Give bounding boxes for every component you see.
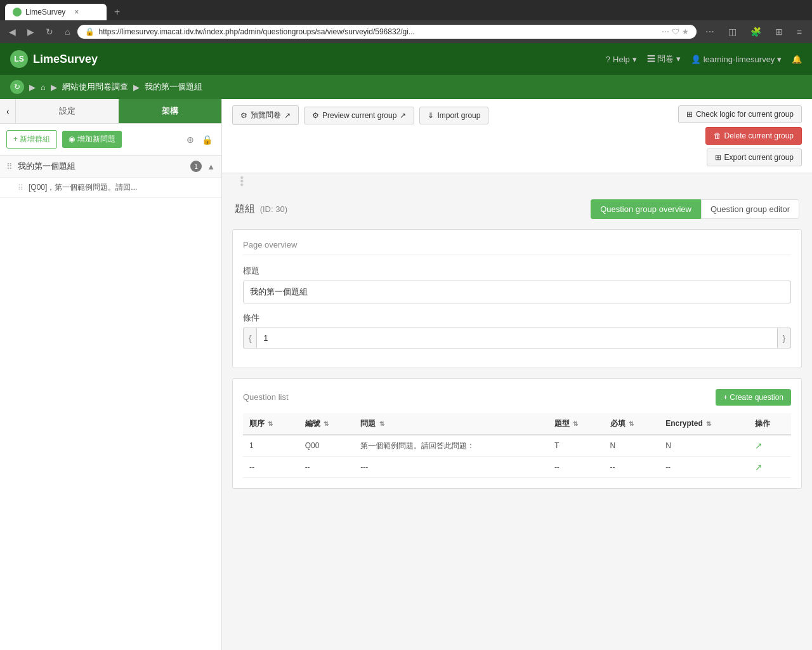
user-chevron-icon: ▾ [777, 55, 782, 64]
pin-icon[interactable]: ⊕ [184, 132, 197, 147]
row-action-icon: ↗ [755, 441, 763, 451]
table-row: 1 Q00 第一個範例問題。請回答此問題： T N N ↗ [243, 435, 791, 457]
col-question[interactable]: 問題 ⇅ [354, 413, 548, 435]
breadcrumb-home-icon[interactable]: ⌂ [41, 83, 46, 92]
breadcrumb-arrow-1: ▶ [29, 83, 36, 92]
reload-button[interactable]: ↻ [42, 24, 57, 39]
refresh-icon[interactable]: ↻ [10, 80, 24, 94]
check-logic-button[interactable]: ⊞ Check logic for current group [678, 105, 802, 123]
cell-action[interactable]: ↗ [749, 435, 791, 457]
sidebar-collapse-button[interactable]: ‹ [0, 99, 16, 123]
import-icon: ⇓ [428, 111, 434, 120]
condition-row: { } [243, 328, 791, 348]
add-group-button[interactable]: + 新增群組 [6, 130, 57, 149]
back-button[interactable]: ◀ [5, 24, 20, 39]
sidebar-question-item[interactable]: ⠿ [Q00]，第一個範例問題。請回... [0, 177, 221, 197]
condition-close-brace: } [778, 328, 791, 348]
home-button[interactable]: ⌂ [61, 24, 74, 39]
toolbar-left: ⚙ 預覽問卷 ↗ ⚙ Preview current group ↗ ⇓ Imp… [232, 105, 488, 125]
add-question-button[interactable]: ◉ 增加新問題 [62, 131, 121, 148]
group-header: 題組 (ID: 30) Question group overview Ques… [222, 189, 812, 229]
favicon-icon [13, 8, 22, 17]
browser-chrome: LimeSurvey × + ◀ ▶ ↻ ⌂ 🔒 https://limesur… [0, 0, 812, 43]
more-tools-button[interactable]: ⊞ [770, 24, 788, 39]
breadcrumb-arrow-2: ▶ [51, 83, 57, 92]
survey-menu[interactable]: ☰ 問卷 ▾ [647, 53, 681, 65]
delete-icon: 🗑 [714, 131, 721, 140]
extensions-button[interactable]: 🧩 [745, 24, 766, 39]
cell-type: T [548, 435, 604, 457]
cell-code: Q00 [299, 435, 355, 457]
logo-text: LimeSurvey [33, 53, 98, 66]
cell-question: --- [354, 456, 548, 477]
preview-survey-button[interactable]: ⚙ 預覽問卷 ↗ [232, 105, 299, 125]
address-bar[interactable]: 🔒 https://limesurvey.imacat.idv.tw/index… [77, 25, 696, 39]
import-group-button[interactable]: ⇓ Import group [419, 107, 488, 124]
col-encrypted[interactable]: Encrypted ⇅ [659, 413, 749, 435]
tab-structure[interactable]: 架構 [119, 99, 221, 123]
delete-group-button[interactable]: 🗑 Delete current group [705, 127, 802, 145]
breadcrumb-group: 我的第一個題組 [145, 81, 202, 93]
star-icon[interactable]: ★ [682, 27, 689, 36]
create-question-button[interactable]: + Create question [716, 389, 791, 406]
breadcrumb-survey[interactable]: 網站使用問卷調查 [62, 81, 128, 93]
url-display: https://limesurvey.imacat.idv.tw/index.p… [98, 27, 657, 36]
row-action-icon-2: ↗ [755, 462, 763, 472]
table-header: 順序 ⇅ 編號 ⇅ 問題 ⇅ 題型 ⇅ 必填 ⇅ Encrypted ⇅ 操作 [243, 413, 791, 435]
col-code[interactable]: 編號 ⇅ [299, 413, 355, 435]
breadcrumb-arrow-3: ▶ [133, 83, 140, 92]
sidebar-button[interactable]: ◫ [723, 24, 742, 39]
condition-open-brace: { [243, 328, 256, 348]
lock-icon: 🔒 [85, 27, 95, 36]
tab-group-editor[interactable]: Question group editor [701, 199, 799, 219]
check-icon: ⊞ [686, 110, 693, 119]
table-body: 1 Q00 第一個範例問題。請回答此問題： T N N ↗ -- -- --- … [243, 435, 791, 478]
breadcrumb: ↻ ▶ ⌂ ▶ 網站使用問卷調查 ▶ 我的第一個題組 [0, 75, 812, 99]
tab-group-overview[interactable]: Question group overview [591, 199, 701, 219]
new-tab-button[interactable]: + [109, 4, 125, 20]
cell-action[interactable]: ↗ [749, 456, 791, 477]
tab-settings[interactable]: 設定 [16, 99, 119, 123]
export-group-button[interactable]: ⊞ Export current group [707, 149, 802, 166]
sidebar-actions: + 新增群組 ◉ 增加新問題 ⊕ 🔒 [0, 124, 221, 156]
export-icon: ⊞ [715, 153, 721, 162]
tab-title: LimeSurvey [25, 8, 65, 17]
col-type[interactable]: 題型 ⇅ [548, 413, 604, 435]
browser-tab-active[interactable]: LimeSurvey × [5, 4, 107, 20]
col-required[interactable]: 必填 ⇅ [604, 413, 660, 435]
close-tab-button[interactable]: × [74, 8, 79, 17]
external-link-icon: ↗ [284, 111, 291, 120]
condition-input[interactable] [256, 328, 777, 348]
sidebar-question-label: [Q00]，第一個範例問題。請回... [29, 182, 137, 193]
user-menu[interactable]: 👤 learning-limesurvey ▾ [691, 55, 782, 64]
question-list-section: Question list + Create question 順序 ⇅ 編號 … [232, 378, 802, 489]
condition-label: 條件 [243, 312, 791, 324]
app-logo: LS LimeSurvey [10, 50, 98, 68]
cell-encrypted: N [659, 435, 749, 457]
help-button[interactable]: ? Help ▾ [606, 55, 637, 64]
cell-order: 1 [243, 435, 299, 457]
question-list-title: Question list [243, 392, 289, 402]
bookmark-icon[interactable]: ⋯ [662, 27, 669, 36]
lock-action-icon[interactable]: 🔒 [199, 132, 215, 147]
app-header: LS LimeSurvey ? Help ▾ ☰ 問卷 ▾ 👤 learning… [0, 43, 812, 75]
forward-button[interactable]: ▶ [23, 24, 38, 39]
notification-bell-icon[interactable]: 🔔 [792, 55, 802, 64]
sidebar-group-name: 我的第一個題組 [18, 161, 185, 172]
preview-gear-icon: ⚙ [312, 111, 319, 120]
main-menu-button[interactable]: ≡ [792, 24, 807, 39]
col-order[interactable]: 順序 ⇅ [243, 413, 299, 435]
cell-order: -- [243, 456, 299, 477]
group-title: 題組 (ID: 30) [235, 202, 287, 216]
address-actions: ⋯ 🛡 ★ [662, 27, 689, 36]
sidebar-group-chevron-icon: ▲ [207, 162, 215, 171]
sidebar-group-header[interactable]: ⠿ 我的第一個題組 1 ▲ [0, 156, 221, 177]
preview-group-button[interactable]: ⚙ Preview current group ↗ [304, 107, 414, 124]
title-label: 標題 [243, 265, 791, 277]
preview-link-icon: ↗ [400, 111, 406, 120]
sidebar-group-count: 1 [190, 161, 202, 172]
browser-menu-button[interactable]: ⋯ [700, 24, 719, 39]
question-table: 順序 ⇅ 編號 ⇅ 問題 ⇅ 題型 ⇅ 必填 ⇅ Encrypted ⇅ 操作 … [243, 413, 791, 478]
sidebar: ‹ 設定 架構 + 新增群組 ◉ 增加新問題 ⊕ 🔒 ⠿ 我的第一個題組 1 ▲… [0, 99, 222, 650]
toolbar: ⚙ 預覽問卷 ↗ ⚙ Preview current group ↗ ⇓ Imp… [222, 99, 812, 173]
